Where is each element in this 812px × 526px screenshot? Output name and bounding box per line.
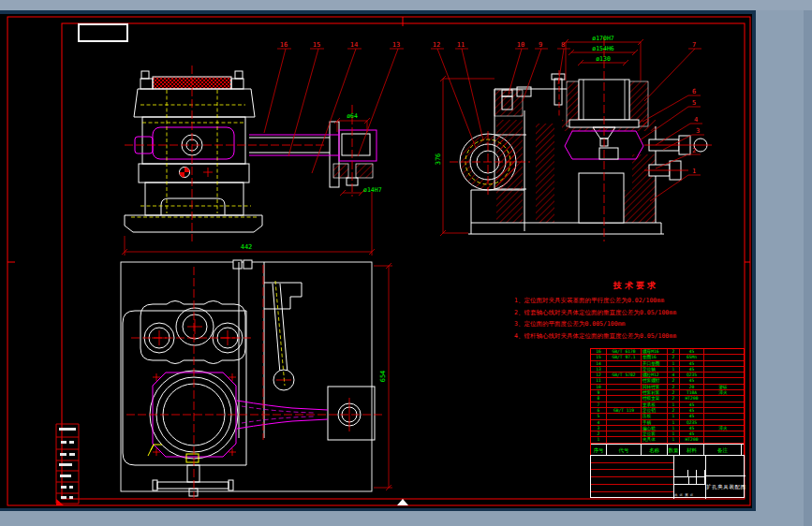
bom-cell-qty: 2	[668, 385, 680, 389]
bom-cell-no: 15	[591, 355, 607, 359]
bom-header-cell: 材料	[680, 445, 704, 456]
bom-cell-note	[704, 408, 742, 413]
bom-cell-note	[704, 349, 742, 354]
scale-value-cell: 1:1	[697, 477, 705, 485]
bom-cell-no: 11	[591, 378, 607, 383]
bom-cell-note	[704, 414, 742, 418]
bom-cell-mat: 45	[680, 361, 704, 366]
bom-cell-qty: 2	[668, 349, 680, 354]
bom-cell-mat: 45	[680, 431, 704, 436]
bom-cell-no: 6	[591, 408, 607, 413]
cad-viewer-canvas: ø64 ø14H7 442 16 15 14 13	[0, 0, 812, 526]
blank-row	[591, 485, 673, 492]
balloon-1: 1	[692, 168, 696, 175]
dim-pin: ø14H7	[363, 186, 382, 194]
bom-cell-note	[704, 367, 742, 372]
bom-cell-note	[704, 361, 742, 366]
tech-req-line: 4、镗杆轴心线对夹具体定位面的垂直度公差为0.05/100mm	[514, 330, 758, 343]
bom-cell-qty: 1	[668, 414, 680, 418]
bom-cell-note: 淬火	[704, 426, 742, 431]
revision-row	[591, 456, 673, 463]
revision-labels: 标记 处数 分区 更改文件号 签名 年月日	[591, 470, 673, 477]
bom-cell-no: 4	[591, 420, 607, 425]
bom-header-cell: 备注	[704, 445, 742, 456]
drawing-title: 扩孔夹具装配图	[706, 484, 746, 489]
bom-cell-note	[704, 420, 742, 425]
bom-header-row: 序号代号名称数量材料备注	[591, 444, 744, 456]
bom-cell-mat: HT200	[680, 437, 704, 442]
bom-cell-code	[607, 437, 642, 442]
balloon-9: 9	[539, 41, 542, 49]
balloon-4: 4	[694, 116, 698, 124]
bom-cell-name: 开口垫圈	[642, 361, 668, 366]
bom-cell-qty: 2	[668, 355, 680, 359]
bom-cell-qty: 2	[668, 390, 680, 395]
technical-requirements: 技术要求 1、定位面对夹具安装基面的平行度公差为0.02/100mm 2、镗套轴…	[514, 280, 758, 342]
dim-plan-height: 654	[379, 371, 387, 383]
bom-cell-mat: 45	[680, 408, 704, 413]
bottom-center-mark	[397, 499, 408, 505]
bom-cell-qty: 2	[668, 396, 680, 401]
bom-cell-note: 渗碳	[704, 385, 742, 389]
revision-row	[591, 463, 673, 471]
bom-cell-name: 压板	[642, 414, 668, 418]
dim-boss: ø64	[347, 112, 358, 120]
balloon-15: 15	[313, 41, 320, 49]
process-row: 工艺 批准	[591, 492, 673, 500]
balloon-2: 2	[692, 147, 696, 154]
bom-cell-no: 12	[591, 373, 607, 377]
bom-cell-qty: 2	[668, 408, 680, 413]
bom-cell-name: 回转镗套	[642, 385, 668, 389]
bom-cell-qty: 1	[668, 402, 680, 407]
bom-cell-no: 8	[591, 396, 607, 401]
corner-triangle	[56, 499, 64, 505]
bom-cell-name: 螺栓M12	[642, 373, 668, 377]
dim-sec-d2: ø154H6	[592, 45, 614, 52]
bom-cell-note	[704, 431, 742, 436]
balloon-14: 14	[350, 41, 358, 49]
balloon-6: 6	[692, 88, 696, 95]
bom-cell-qty: 1	[668, 361, 680, 366]
drawing-no-cell	[705, 456, 746, 476]
bom-cell-qty: 1	[668, 420, 680, 425]
bom-cell-no: 2	[591, 431, 607, 436]
bom-cell-mat: T10A	[680, 390, 704, 395]
weight-cell: 重量	[688, 470, 697, 477]
dim-sec-d1: ø170H7	[592, 35, 614, 42]
bom-cell-mat: 45	[680, 378, 704, 383]
bom-cell-code: GB/T 119	[607, 408, 642, 413]
bom-cell-mat: 45	[680, 414, 704, 418]
balloon-11: 11	[457, 41, 465, 49]
bom-cell-name: 手柄	[642, 420, 668, 425]
bom-cell-qty: 1	[668, 431, 680, 436]
bom-cell-note	[704, 402, 742, 407]
bom-cell-mat: 45	[680, 349, 704, 354]
bom-table: 16GB/T 6170螺母M1624515GB/T 97.1垫圈16265Mn1…	[590, 348, 745, 457]
bom-cell-name: 镗模支架	[642, 396, 668, 401]
bom-cell-qty: 1	[668, 437, 680, 442]
balloon-3: 3	[696, 127, 700, 135]
bom-cell-mat: 45	[680, 426, 704, 431]
dim-sec-height: 376	[435, 153, 442, 166]
bom-cell-code	[607, 414, 642, 418]
sheets-text: 共 张 第 张	[674, 493, 693, 498]
bom-cell-qty: 4	[668, 373, 680, 377]
view-front: ø64 ø14H7 442 16 15 14 13	[122, 41, 404, 256]
dim-sec-d3: ø130	[596, 55, 611, 63]
sheets-cell: 共 张 第 张	[673, 485, 705, 499]
title-block: 标记 处数 分区 更改文件号 签名 年月日 设计 标准化 工艺 批准 阶段标记 …	[590, 455, 745, 498]
balloon-10: 10	[517, 41, 524, 49]
bom-cell-code	[607, 431, 642, 436]
bom-cell-qty: 1	[668, 426, 680, 431]
bom-cell-no: 9	[591, 390, 607, 395]
bom-cell-name: 镗套衬套	[642, 390, 668, 395]
bom-cell-name: 定位套	[642, 431, 668, 436]
bom-cell-no: 14	[591, 361, 607, 366]
drawing-title-cell: 扩孔夹具装配图	[705, 476, 746, 499]
bom-cell-note	[704, 355, 742, 359]
balloon-16: 16	[280, 41, 288, 49]
mid-top-cell	[673, 456, 705, 470]
bom-cell-code	[607, 390, 642, 395]
balloon-13: 13	[392, 41, 400, 49]
bom-cell-name: 夹具体	[642, 437, 668, 442]
